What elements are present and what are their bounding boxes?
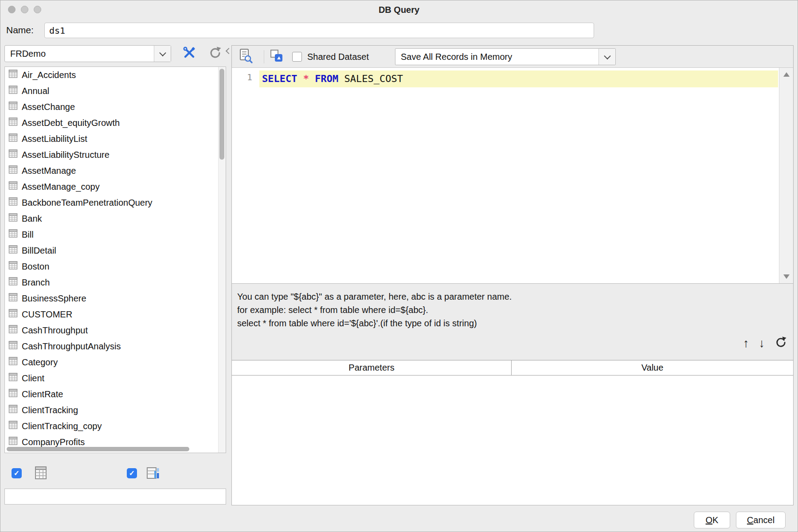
storage-mode-select[interactable]: Save All Records in Memory [395,48,616,65]
table-icon [8,245,18,256]
triangle-down-icon [783,274,790,279]
table-list-item[interactable]: Branch [5,274,218,290]
table-list-item[interactable]: Bill [5,227,218,243]
help-line-3: select * from table where id='${abc}'.(i… [237,317,512,330]
table-icon [8,309,18,320]
name-label: Name: [6,20,34,41]
table-list-item[interactable]: BackboneTeamPenetrationQuery [5,195,218,211]
dataset-name-input[interactable] [44,23,594,38]
line-number-gutter: 1 [232,68,259,283]
table-item-label: Branch [22,278,50,288]
table-item-label: AssetLiabilityStructure [22,150,110,160]
table-list-item[interactable]: Air_Accidents [5,67,218,83]
sql-text: SELECT * FROM SALES_COST [262,70,403,87]
preview-query-button[interactable] [237,49,254,65]
table-list-item[interactable]: BillDetail [5,243,218,258]
table-list-item[interactable]: Category [5,354,218,370]
vertical-scrollbar-thumb[interactable] [219,69,224,160]
table-item-label: ClientTracking [22,405,78,415]
table-icon [8,404,18,416]
storage-mode-value: Save All Records in Memory [401,49,512,65]
table-icon [8,85,18,97]
show-views-checkbox[interactable] [127,468,137,478]
show-tables-checkbox[interactable] [12,468,22,478]
table-item-label: Category [22,357,58,368]
table-list-vertical-scrollbar[interactable] [218,67,226,453]
query-panel: Shared Dataset Save All Records in Memor… [231,45,794,505]
table-list-item[interactable]: ClientRate [5,386,218,402]
table-item-label: AssetDebt_equityGrowth [22,118,120,128]
table-list-item[interactable]: Bank [5,211,218,227]
ok-button-label: OK [694,512,730,528]
preview-icon [239,48,253,65]
table-item-label: AssetLiabilityList [22,134,87,144]
scroll-down-button[interactable] [779,270,793,283]
table-list-item[interactable]: CashThroughput [5,322,218,338]
table-list-item[interactable]: ClientTracking [5,402,218,418]
help-line-2: for example: select * from table where i… [237,303,512,317]
table-icon [8,356,18,368]
table-list-item[interactable]: AssetDebt_equityGrowth [5,115,218,131]
horizontal-scrollbar-thumb[interactable] [7,447,189,451]
value-column-header: Value [512,360,793,375]
database-connection-select[interactable]: FRDemo [4,45,171,62]
move-parameter-down-button[interactable]: ↓ [759,337,765,349]
scroll-up-button[interactable] [779,68,793,81]
database-connection-value: FRDemo [10,46,46,62]
table-list-item[interactable]: CashThroughputAnalysis [5,338,218,354]
table-list-item[interactable]: AssetManage [5,163,218,179]
shared-dataset-checkbox[interactable] [292,52,302,62]
table-item-label: ClientRate [22,389,63,399]
table-item-label: CashThroughputAnalysis [22,341,121,352]
table-item-label: CUSTOMER [22,309,72,320]
wrench-screwdriver-icon [182,45,197,62]
table-list-item[interactable]: Boston [5,258,218,274]
move-parameter-up-button[interactable]: ↑ [743,337,749,349]
table-list-item[interactable]: AssetChange [5,99,218,115]
parameter-actions: ↑ ↓ [743,336,787,350]
table-icon [8,149,18,160]
convert-dataset-button[interactable] [268,49,285,65]
table-icon [8,165,18,176]
table-list-item[interactable]: Annual [5,83,218,99]
chevron-down-icon [604,53,611,60]
table-filter-input[interactable] [4,489,226,505]
table-icon [8,101,18,113]
titlebar: DB Query [0,0,798,20]
connection-select-chevron-box[interactable] [154,46,171,62]
table-list-item[interactable]: AssetManage_copy [5,179,218,195]
table-icon [8,293,18,304]
table-item-label: BackboneTeamPenetrationQuery [22,198,153,208]
connection-config-button[interactable] [181,45,198,62]
table-list-item[interactable]: Client [5,370,218,386]
refresh-tables-button[interactable] [207,45,223,62]
table-icon [8,261,18,272]
sql-table-name: SALES_COST [344,73,403,84]
refresh-parameters-button[interactable] [775,336,787,350]
table-list-item[interactable]: AssetLiabilityList [5,131,218,147]
table-list-item[interactable]: CUSTOMER [5,306,218,322]
table-item-label: CompanyProfits [22,437,85,447]
table-icon [8,388,18,400]
sql-editor[interactable]: 1 SELECT * FROM SALES_COST [232,68,793,284]
parameters-column-header: Parameters [232,360,512,375]
sql-operator: * [303,73,309,84]
table-icon [8,181,18,192]
table-item-label: Annual [22,86,49,96]
table-icon [8,340,18,352]
table-icon [8,117,18,129]
storage-select-chevron-box[interactable] [598,49,615,65]
editor-vertical-scrollbar[interactable] [779,68,793,283]
table-list-item[interactable]: AssetLiabilityStructure [5,147,218,163]
ok-button[interactable]: OK [694,512,730,528]
table-list-item[interactable]: ClientTracking_copy [5,418,218,434]
window-title: DB Query [0,0,798,20]
parameters-table-header: Parameters Value [232,360,793,376]
cancel-button[interactable]: Cancel [736,512,786,528]
table-list-item[interactable]: BusinessSphere [5,290,218,306]
toolbar-separator [264,50,264,63]
collapse-panel-icon[interactable] [226,48,232,54]
cancel-button-label: Cancel [736,512,785,528]
triangle-up-icon [783,72,790,77]
help-line-1: You can type "${abc}" as a parameter, he… [237,290,512,303]
